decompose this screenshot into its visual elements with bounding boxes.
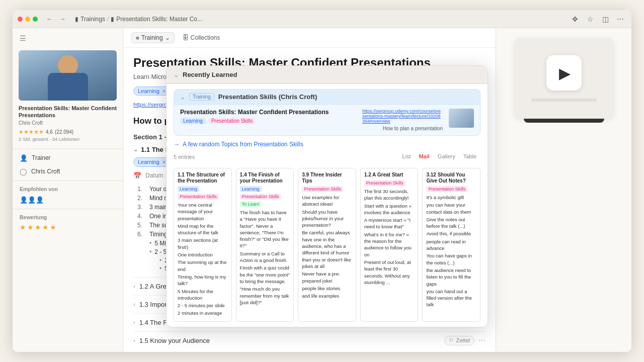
person-silhouette (19, 50, 117, 101)
star1: ★ (20, 223, 26, 231)
card-1-body: Your one central message of your present… (178, 202, 228, 317)
card-4: 1.2 A Great Start Presentation Skills Th… (360, 168, 419, 322)
empfohlen-label: Empfohlen von (13, 183, 123, 193)
rating-value: 4,6 (46, 129, 53, 135)
card-2: 1.4 The Finish of your Presentation Lear… (236, 168, 294, 322)
breadcrumb: ▮ Trainings / ▮ Presentation Skills: Mas… (75, 16, 202, 23)
video-preview[interactable]: ▶ (514, 38, 614, 119)
card-4-tag-pres: Presentation Skills (364, 180, 406, 186)
sidebar: ☰ Presentation Skills: Master Confident … (13, 28, 123, 352)
rl-link-block: https://sergroup.udemy.com/course/presen… (362, 109, 443, 131)
view-mail-button[interactable]: Mail (415, 152, 433, 161)
breadcrumb-icon2: ▮ (111, 16, 114, 23)
section-1-5[interactable]: › 1.5 Know your Audience ⚐ Zettel ⋯ (133, 331, 486, 349)
more-btn-1-5[interactable]: ⋯ (478, 336, 486, 344)
topic-link[interactable]: → A few random Topics from Presentation … (174, 141, 480, 148)
card-3: 3.9 Three Insider Tips Presentation Skil… (298, 168, 356, 322)
video-underline (524, 119, 604, 123)
section-1-1-chevron[interactable]: ⌄ (133, 146, 138, 153)
play-icon: ▶ (559, 64, 571, 82)
maximize-dot[interactable] (33, 17, 38, 22)
more-button[interactable]: ⋯ (614, 13, 626, 25)
topic-arrow-icon: → (174, 141, 180, 148)
window-controls (18, 17, 38, 22)
card-4-title: 1.2 A Great Start (364, 172, 415, 178)
card-3-title: 3.9 Three Insider Tips (302, 172, 352, 184)
card-1-tags: Learning Presentation Skills (178, 186, 228, 200)
star3: ★ (35, 223, 41, 231)
titlebar-actions: ✥ ☆ ◫ ⋯ (569, 13, 626, 25)
entries-and-view: 5 entries List Mail Gallery Table (174, 152, 480, 165)
rl-link[interactable]: https://sergroup.udemy.com/course/presen… (362, 109, 443, 124)
view-gallery-button[interactable]: Gallery (434, 152, 459, 161)
rl-card-header: ⌄ Training Presentation Skills (Chris Cr… (174, 89, 480, 105)
breadcrumb-sep1: / (107, 16, 109, 23)
collections-button[interactable]: 🗄 Collections (179, 33, 224, 43)
entries-label: 5 entries (174, 154, 195, 160)
minimize-dot[interactable] (25, 17, 30, 22)
forward-button[interactable]: → (57, 14, 68, 25)
bewertung-stars: ★ ★ ★ ★ ★ (13, 221, 123, 233)
card-5-title: 3.12 Should You Give Out Notes? (426, 172, 476, 184)
popup-body: ⌄ Training Presentation Skills (Chris Cr… (167, 84, 488, 327)
card-3-body: Use examples for abstract ideas! Should … (302, 194, 352, 299)
chevron-1-2: › (133, 283, 135, 289)
back-button[interactable]: ← (44, 14, 55, 25)
chevron-1-4: › (133, 319, 135, 325)
view-list-button[interactable]: List (398, 152, 415, 161)
training-tag-label: Training (141, 34, 163, 41)
topic-link-label: A few random Topics from Presentation Sk… (183, 141, 303, 148)
star-button[interactable]: ☆ (584, 13, 596, 25)
sidebar-item-trainer[interactable]: 👤 Trainer (13, 151, 123, 165)
breadcrumb-current: Presentation Skills: Master Co... (116, 16, 202, 23)
sidebar-course-title: Presentation Skills: Master Confident Pr… (19, 105, 117, 119)
play-button[interactable]: ▶ (546, 55, 582, 90)
popup-header: ⌄ Recently Learned (167, 66, 488, 84)
breadcrumb-icon: ▮ (75, 16, 78, 23)
rl-section-title: Presentation Skills (Chris Croft) (218, 93, 317, 101)
calendar-icon: 📅 (133, 172, 141, 179)
card-1-tag-pres: Presentation Skills (178, 194, 219, 200)
sidebar-toggle-button[interactable]: ☰ (17, 32, 29, 44)
sidebar-rating: ★★★★★ 4,6 (22.094) (19, 129, 117, 135)
rl-training-badge: Training (189, 93, 214, 101)
card-2-title: 1.4 The Finish of your Presentation (240, 172, 290, 184)
recently-learned-popup[interactable]: ⌄ Recently Learned ⌄ Training Presentati… (166, 65, 488, 327)
rl-card-content: Presentation Skills: Master Confident Pr… (174, 105, 480, 135)
star5: ★ (50, 223, 56, 231)
close-dot[interactable] (18, 17, 23, 22)
trainer-icon: 👤 (20, 154, 28, 162)
card-4-tags: Presentation Skills (364, 180, 415, 186)
bewertung-label: Bewertung (13, 211, 123, 221)
trainer-label: Trainer (32, 154, 51, 161)
tag-learning[interactable]: Learning ✕ (133, 86, 171, 96)
layout-button[interactable]: ◫ (599, 13, 611, 25)
card-1-title: 1.1 The Structure of the Presentation (178, 172, 228, 184)
sub-tag-learning[interactable]: Learning ✕ (133, 157, 171, 167)
training-tag-icon: ■ (136, 35, 139, 41)
chevron-1-5: › (133, 337, 135, 343)
expand-button[interactable]: ✥ (569, 13, 581, 25)
card-5: 3.12 Should You Give Out Notes? Presenta… (422, 168, 480, 322)
rl-link-label: How to plan a presentation (383, 126, 443, 131)
video-container: ▶ (531, 55, 597, 102)
sidebar-item-chris-croft[interactable]: ◯ Chris Croft (13, 165, 123, 178)
thumbnail-image (19, 50, 117, 101)
sub-tag-learning-close[interactable]: ✕ (162, 159, 166, 165)
card-5-body: It's a symbolic gift you can have your c… (426, 194, 476, 308)
empfohlen-icon: 👤👤👤 (20, 196, 44, 204)
tag-learning-close[interactable]: ✕ (162, 88, 166, 94)
titlebar: ← → ▮ Trainings / ▮ Presentation Skills:… (13, 10, 631, 28)
zettel-badge-1-5: ⚐ Zettel (444, 336, 474, 345)
course-thumbnail[interactable] (19, 50, 117, 101)
breadcrumb-trainings[interactable]: Trainings (80, 16, 105, 23)
view-switcher: List Mail Gallery Table (398, 152, 480, 161)
view-table-button[interactable]: Table (459, 152, 480, 161)
popup-title: Recently Learned (183, 71, 237, 78)
rl-tag-pres: Presentation Skills (208, 118, 256, 124)
rating-count: (22.094) (55, 129, 73, 135)
sidebar-item-empfohlen[interactable]: 👤👤👤 (13, 193, 123, 207)
popup-chevron: ⌄ (174, 71, 179, 78)
training-tag-chevron: ⌄ (165, 34, 170, 41)
training-tag-button[interactable]: ■ Training ⌄ (131, 32, 175, 43)
